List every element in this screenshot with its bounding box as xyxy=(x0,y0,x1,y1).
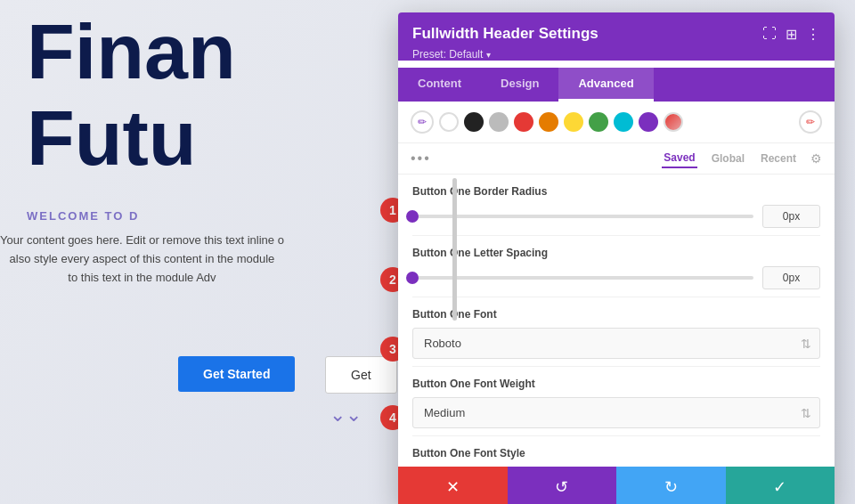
letter-spacing-thumb[interactable] xyxy=(406,272,419,284)
tab-design[interactable]: Design xyxy=(481,68,558,102)
setting-font: Button One Font Roboto Open Sans Lato Mo… xyxy=(412,297,820,367)
color-remove-icon[interactable]: ✏ xyxy=(799,110,822,134)
swatch-white[interactable] xyxy=(439,112,459,132)
font-select[interactable]: Roboto Open Sans Lato Montserrat xyxy=(412,328,820,359)
border-radius-input[interactable] xyxy=(762,205,820,228)
undo-button[interactable]: ↺ xyxy=(508,467,617,504)
font-weight-select[interactable]: Medium Regular Bold Light xyxy=(412,397,820,428)
panel-body: Button One Border Radius Button One Lett… xyxy=(398,175,835,467)
grid-icon[interactable]: ⊞ xyxy=(786,26,797,43)
font-style-label: Button One Font Style xyxy=(412,447,820,459)
panel-header-icons: ⛶ ⊞ ⋮ xyxy=(762,26,820,43)
tab-advanced[interactable]: Advanced xyxy=(558,68,653,102)
tab-content[interactable]: Content xyxy=(398,68,481,102)
border-radius-label: Button One Border Radius xyxy=(412,185,820,198)
scroll-chevron-icon: ⌄⌄ xyxy=(330,405,362,425)
subtab-gear-icon[interactable]: ⚙ xyxy=(810,151,822,166)
page-heading: Finan Futu xyxy=(27,9,236,182)
color-picker-icon[interactable]: ✏ xyxy=(411,110,434,134)
page-body-text: Your content goes here. Edit or remove t… xyxy=(0,232,284,287)
letter-spacing-input[interactable] xyxy=(762,266,820,289)
swatch-yellow[interactable] xyxy=(564,112,583,132)
expand-icon[interactable]: ⛶ xyxy=(762,26,777,42)
panel-footer: ✕ ↺ ↻ ✓ xyxy=(398,467,835,504)
subtab-saved[interactable]: Saved xyxy=(662,149,696,168)
swatch-orange[interactable] xyxy=(539,112,558,132)
swatch-gradient[interactable] xyxy=(664,112,683,132)
save-button[interactable]: ✓ xyxy=(726,467,835,504)
font-select-wrapper: Roboto Open Sans Lato Montserrat ⇅ xyxy=(412,328,820,359)
settings-panel: Fullwidth Header Settings ⛶ ⊞ ⋮ Preset: … xyxy=(398,12,835,504)
subtab-global[interactable]: Global xyxy=(710,150,746,167)
swatch-black[interactable] xyxy=(464,112,484,132)
close-button[interactable]: ✕ xyxy=(398,467,508,504)
font-weight-select-wrapper: Medium Regular Bold Light ⇅ xyxy=(412,397,820,428)
get-started-button[interactable]: Get Started xyxy=(178,356,295,392)
panel-title: Fullwidth Header Settings xyxy=(412,25,598,43)
swatch-purple[interactable] xyxy=(639,112,658,132)
subtab-recent[interactable]: Recent xyxy=(759,150,798,167)
font-label: Button One Font xyxy=(412,308,820,321)
setting-letter-spacing: Button One Letter Spacing xyxy=(412,236,820,297)
swatch-teal[interactable] xyxy=(614,112,633,132)
panel-tabs: Content Design Advanced xyxy=(398,68,835,102)
redo-button[interactable]: ↻ xyxy=(616,467,726,504)
page-subtitle: Welcome to D xyxy=(27,209,139,223)
letter-spacing-label: Button One Letter Spacing xyxy=(412,247,820,259)
dots-menu-icon[interactable]: ••• xyxy=(411,150,431,167)
swatch-green[interactable] xyxy=(589,112,608,132)
sub-tab-row: ••• Saved Global Recent ⚙ xyxy=(398,143,835,175)
font-weight-label: Button One Font Weight xyxy=(412,378,820,390)
secondary-button[interactable]: Get xyxy=(325,356,397,394)
preset-arrow-icon: ▾ xyxy=(486,50,491,60)
setting-font-style-partial: Button One Font Style xyxy=(412,436,820,459)
panel-header: Fullwidth Header Settings ⛶ ⊞ ⋮ Preset: … xyxy=(398,12,835,61)
color-swatches-row: ✏ ✏ xyxy=(398,102,835,143)
setting-font-weight: Button One Font Weight Medium Regular Bo… xyxy=(412,367,820,436)
border-radius-track[interactable] xyxy=(412,215,753,218)
scrollbar-track[interactable] xyxy=(452,178,457,321)
preset-label: Preset: Default xyxy=(412,48,483,61)
setting-border-radius: Button One Border Radius xyxy=(412,175,820,236)
swatch-red[interactable] xyxy=(514,112,533,132)
border-radius-thumb[interactable] xyxy=(406,210,419,223)
preset-selector[interactable]: Preset: Default ▾ xyxy=(412,48,820,61)
swatch-gray[interactable] xyxy=(489,112,509,132)
letter-spacing-track[interactable] xyxy=(412,276,753,280)
more-icon[interactable]: ⋮ xyxy=(806,26,820,43)
